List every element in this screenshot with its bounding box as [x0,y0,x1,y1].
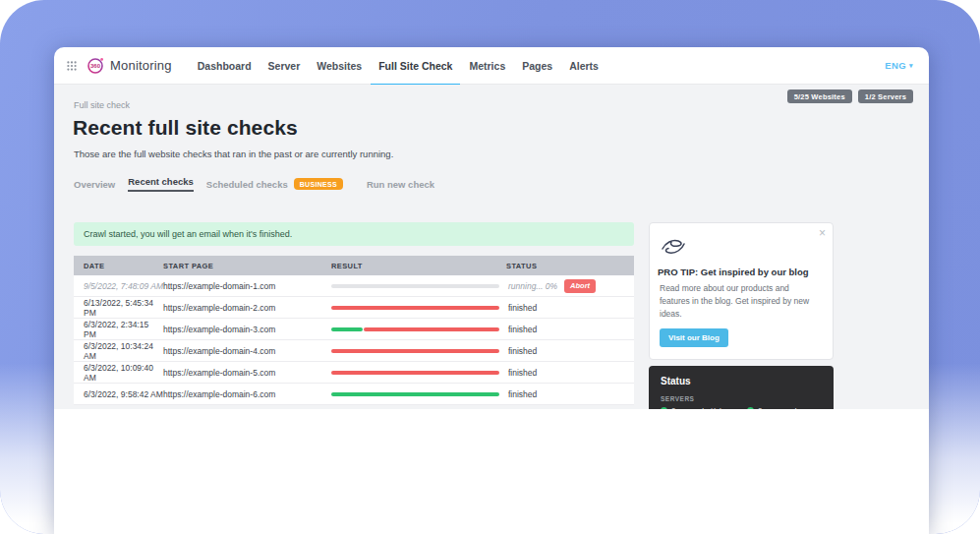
tab-scheduled-checks[interactable]: Scheduled checks [206,179,288,190]
nav-item-pages[interactable]: Pages [522,47,552,85]
row-status-text: finished [508,346,537,356]
row-status-text: finished [508,303,537,313]
status-item-text: 0 servers down [758,406,811,409]
nav-item-dashboard[interactable]: Dashboard [198,47,252,85]
row-start-page[interactable]: https://example-domain-4.com [163,346,331,356]
logo-360-icon: 360 [86,56,105,75]
status-card-title: Status [661,376,822,386]
progress-segment [331,306,499,310]
status-item: 0 open alert(s) [661,406,747,409]
status-items-servers: 0 open alert(s)0 servers down [661,406,822,409]
row-result [331,306,506,310]
nav-item-websites[interactable]: Websites [317,47,362,85]
progress-segment [331,392,499,396]
row-status: finished [506,368,634,378]
usage-badges: 5/25 Websites 1/2 Servers [787,89,913,103]
green-status-dot-icon [661,407,667,409]
business-badge: BUSINESS [294,178,343,190]
app-launcher-grid-icon[interactable] [67,61,77,71]
row-status-text: finished [508,389,537,399]
progress-segment [331,349,499,353]
status-card: Status SERVERS0 open alert(s)0 servers d… [649,366,834,409]
progress-bar [331,392,499,396]
table-row: 6/13/2022, 5:45:34 PMhttps://example-dom… [74,297,634,319]
row-status: finished [506,389,634,399]
row-status: finished [506,303,634,313]
row-result [331,392,506,396]
progress-bar [331,306,499,310]
progress-segment [331,284,499,288]
servers-usage-badge: 1/2 Servers [858,89,913,103]
visit-blog-button[interactable]: Visit our Blog [660,328,728,347]
tab-bar: Overview Recent checks Scheduled checks … [74,176,929,192]
row-start-page[interactable]: https://example-domain-3.com [163,325,331,334]
progress-bar [331,284,499,288]
table-row: 6/3/2022, 2:34:15 PMhttps://example-doma… [74,319,634,340]
row-status: running... 0%Abort [506,279,634,293]
table-header: DATE START PAGE RESULT STATUS [74,256,634,275]
page-title: Recent full site checks [73,116,929,140]
abort-button[interactable]: Abort [564,279,596,293]
table-row: 6/3/2022, 9:58:42 AMhttps://example-doma… [74,384,634,405]
row-status: finished [506,325,634,334]
close-icon[interactable]: × [819,226,826,240]
table-row: 6/3/2022, 10:34:24 AMhttps://example-dom… [74,340,634,362]
status-item-text: 0 open alert(s) [671,406,722,409]
row-result [331,327,506,331]
row-date: 6/13/2022, 5:45:34 PM [74,298,163,318]
progress-bar [331,349,499,353]
row-start-page[interactable]: https://example-domain-5.com [163,368,331,378]
column-header-result: RESULT [331,262,506,270]
doodle-sketch-icon [660,235,687,259]
language-selector[interactable]: ENG ▾ [885,60,913,71]
main-nav: DashboardServerWebsitesFull Site CheckMe… [198,47,599,85]
row-status-text: running... 0% [508,281,557,291]
nav-item-server[interactable]: Server [268,47,301,85]
table-body: 9/5/2022, 7:48:09 AMhttps://example-doma… [74,275,634,405]
row-start-page[interactable]: https://example-domain-2.com [163,303,331,313]
row-status-text: finished [508,325,537,334]
status-item: 0 servers down [747,406,822,409]
nav-item-metrics[interactable]: Metrics [469,47,505,85]
screenshot-canvas: 360 Monitoring DashboardServerWebsitesFu… [0,0,980,534]
pro-tip-body: Read more about our products and feature… [658,282,821,320]
nav-item-alerts[interactable]: Alerts [569,47,599,85]
tab-run-new-check[interactable]: Run new check [367,179,434,190]
progress-segment [331,327,363,331]
brand-name: Monitoring [110,58,172,73]
row-date: 6/3/2022, 10:09:40 AM [74,363,163,383]
page-subtitle: Those are the full website checks that r… [74,148,929,159]
status-groups: SERVERS0 open alert(s)0 servers downWEBS… [661,395,822,409]
brand-logo[interactable]: 360 Monitoring [86,56,172,75]
progress-bar [331,371,499,375]
progress-segment [364,327,499,331]
side-panel: × PRO TIP: Get inspired by our blog Read… [649,222,834,409]
table-row: 9/5/2022, 7:48:09 AMhttps://example-doma… [74,275,634,297]
row-result [331,349,506,353]
content-area: 5/25 Websites 1/2 Servers Full site chec… [54,85,929,409]
pro-tip-card: × PRO TIP: Get inspired by our blog Read… [649,222,834,360]
nav-item-full-site-check[interactable]: Full Site Check [378,47,452,85]
checks-panel: Crawl started, you will get an email whe… [74,222,634,409]
column-header-date: DATE [74,262,163,270]
column-header-status: STATUS [506,262,634,270]
green-status-dot-icon [747,407,754,409]
svg-text:360: 360 [90,63,101,69]
app-window: 360 Monitoring DashboardServerWebsitesFu… [54,47,929,534]
top-navbar: 360 Monitoring DashboardServerWebsitesFu… [54,47,929,85]
row-result [331,284,506,288]
columns: Crawl started, you will get an email whe… [74,222,929,409]
tab-overview[interactable]: Overview [74,179,115,190]
table-row: 6/3/2022, 10:09:40 AMhttps://example-dom… [74,362,634,384]
row-status-text: finished [508,368,537,378]
chevron-down-icon: ▾ [909,62,913,70]
row-start-page[interactable]: https://example-domain-6.com [163,389,331,399]
language-label: ENG [885,60,906,71]
progress-bar [331,327,499,331]
tab-recent-checks[interactable]: Recent checks [128,176,194,192]
row-date: 6/3/2022, 2:34:15 PM [74,320,163,339]
column-header-start-page: START PAGE [163,262,331,270]
progress-segment [331,371,499,375]
row-start-page[interactable]: https://example-domain-1.com [163,281,331,291]
row-date: 9/5/2022, 7:48:09 AM [74,281,163,291]
